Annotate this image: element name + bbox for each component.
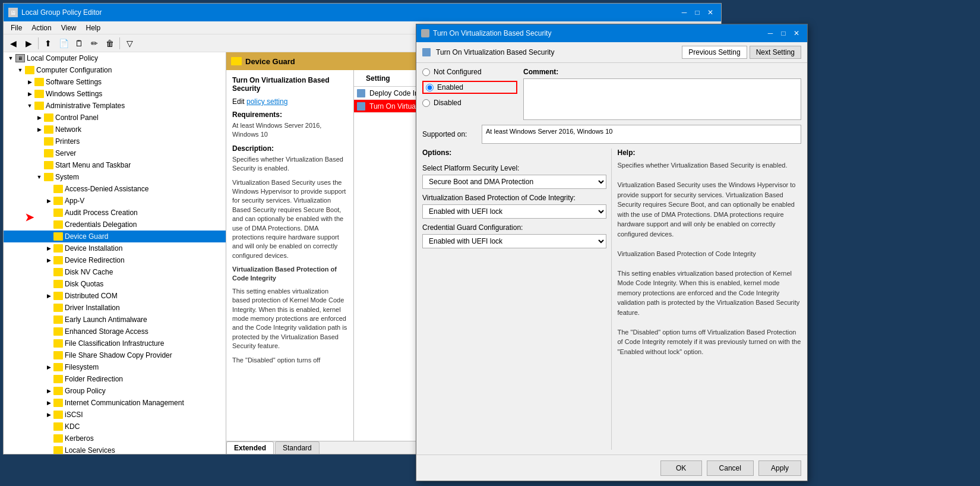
toolbar-properties-button[interactable]: 🗒 (72, 36, 86, 51)
tree-admin-templates[interactable]: ▼ Administrative Templates (4, 100, 226, 112)
tree-access-denied[interactable]: Access-Denied Assistance (4, 183, 226, 195)
tree-expand-root[interactable]: ▼ (6, 53, 15, 63)
expand-system[interactable]: ▼ (34, 172, 44, 182)
tree-computer-config[interactable]: ▼ Computer Configuration (4, 64, 226, 76)
maximize-button[interactable]: □ (691, 7, 703, 18)
expand-control-panel[interactable]: ▶ (34, 113, 44, 122)
tree-iscsi[interactable]: ▶ iSCSI (4, 409, 226, 421)
expand-filesystem[interactable]: ▶ (44, 362, 53, 372)
toolbar-delete-button[interactable]: 🗑 (103, 36, 117, 51)
previous-setting-button[interactable]: Previous Setting (682, 46, 747, 59)
tree-windows-settings[interactable]: ▶ Windows Settings (4, 88, 226, 100)
tree-disk-nv-cache[interactable]: Disk NV Cache (4, 266, 226, 278)
tree-label-disk-quotas: Disk Quotas (65, 280, 103, 288)
folder-icon-computer-config (25, 66, 34, 74)
folder-icon-disk-nv (53, 268, 63, 276)
credential-guard-select[interactable]: Enabled with UEFI lock Enabled without l… (422, 234, 606, 248)
tree-enhanced-storage[interactable]: Enhanced Storage Access (4, 326, 226, 337)
tree-kdc[interactable]: KDC (4, 421, 226, 433)
expand-distributed-com[interactable]: ▶ (44, 291, 53, 301)
toolbar-edit-button[interactable]: ✏ (87, 36, 102, 51)
close-button[interactable]: ✕ (704, 7, 716, 18)
expand-group-policy[interactable]: ▶ (44, 386, 53, 396)
credential-guard-group: Credential Guard Configuration: Enabled … (422, 223, 606, 248)
tree-internet-comm[interactable]: ▶ Internet Communication Management (4, 397, 226, 409)
toolbar-new-button[interactable]: 📄 (56, 36, 71, 51)
expand-device-installation[interactable]: ▶ (44, 244, 53, 253)
platform-security-select[interactable]: Secure Boot and DMA Protection Secure Bo… (422, 175, 606, 189)
expand-disk-nv-spacer (44, 267, 53, 277)
next-setting-button[interactable]: Next Setting (750, 46, 801, 59)
tree-credentials[interactable]: Credentials Delegation (4, 219, 226, 231)
tree-audit[interactable]: Audit Process Creation (4, 207, 226, 219)
menu-action[interactable]: Action (27, 23, 56, 33)
tree-root[interactable]: ▼ 🖥 Local Computer Policy (4, 52, 226, 64)
expand-computer-config[interactable]: ▼ (15, 65, 25, 75)
dialog-minimize-button[interactable]: ─ (764, 27, 776, 39)
tree-network[interactable]: ▶ Network (4, 124, 226, 135)
tree-server[interactable]: Server (4, 147, 226, 159)
toolbar-forward-button[interactable]: ▶ (21, 36, 36, 51)
supported-row: Supported on: At least Windows Server 20… (416, 125, 807, 144)
ok-button[interactable]: OK (660, 460, 702, 476)
expand-software-settings[interactable]: ▶ (25, 77, 34, 87)
tree-label-kerberos: Kerberos (65, 434, 94, 443)
expand-driver-spacer (44, 303, 53, 313)
tree-start-menu[interactable]: Start Menu and Taskbar (4, 159, 226, 171)
comment-textarea[interactable] (523, 78, 801, 120)
radio-not-configured-input[interactable] (422, 68, 430, 76)
tree-printers[interactable]: Printers (4, 135, 226, 147)
tree-kerberos[interactable]: Kerberos (4, 433, 226, 444)
tree-folder-redirection[interactable]: Folder Redirection (4, 373, 226, 385)
tree-driver-installation[interactable]: Driver Installation (4, 302, 226, 314)
tree-disk-quotas[interactable]: Disk Quotas (4, 278, 226, 290)
policy-setting-link[interactable]: policy setting (246, 97, 287, 106)
tree-group-policy[interactable]: ▶ Group Policy (4, 385, 226, 397)
menu-file[interactable]: File (6, 23, 27, 33)
setting-text: This setting enables virtualization base… (232, 287, 347, 351)
tab-standard[interactable]: Standard (275, 441, 320, 454)
tree-appv[interactable]: ▶ App-V (4, 195, 226, 207)
platform-security-label: Select Platform Security Level: (422, 164, 606, 172)
apply-button[interactable]: Apply (758, 460, 801, 476)
radio-disabled[interactable]: Disabled (422, 99, 517, 107)
tree-filesystem[interactable]: ▶ Filesystem (4, 361, 226, 373)
tree-file-share-shadow[interactable]: File Share Shadow Copy Provider (4, 349, 226, 361)
tree-system[interactable]: ▼ System (4, 171, 226, 183)
tree-device-guard[interactable]: Device Guard (4, 231, 226, 242)
tree-device-installation[interactable]: ▶ Device Installation (4, 242, 226, 254)
dialog-maximize-button[interactable]: □ (777, 27, 789, 39)
tree-distributed-com[interactable]: ▶ Distributed COM (4, 290, 226, 302)
expand-iscsi[interactable]: ▶ (44, 410, 53, 419)
expand-device-redirection[interactable]: ▶ (44, 255, 53, 265)
radio-disabled-label: Disabled (434, 99, 461, 107)
radio-disabled-input[interactable] (422, 99, 430, 107)
cancel-button[interactable]: Cancel (707, 460, 754, 476)
radio-not-configured[interactable]: Not Configured (422, 68, 517, 76)
menu-view[interactable]: View (56, 23, 81, 33)
toolbar-back-button[interactable]: ◀ (6, 36, 20, 51)
minimize-button[interactable]: ─ (678, 7, 690, 18)
dialog-sub-icon (422, 48, 431, 56)
radio-enabled-container[interactable]: Enabled (422, 81, 517, 94)
menu-help[interactable]: Help (81, 23, 106, 33)
toolbar-up-button[interactable]: ⬆ (41, 36, 55, 51)
tree-locale-services[interactable]: Locale Services (4, 444, 226, 454)
expand-appv[interactable]: ▶ (44, 196, 53, 206)
vbs-protection-select[interactable]: Enabled with UEFI lock Enabled without l… (422, 204, 606, 219)
expand-internet-comm[interactable]: ▶ (44, 398, 53, 408)
expand-admin-templates[interactable]: ▼ (25, 101, 34, 111)
tree-file-classification[interactable]: File Classification Infrastructure (4, 337, 226, 349)
tree-device-redirection[interactable]: ▶ Device Redirection (4, 254, 226, 266)
tree-early-launch[interactable]: Early Launch Antimalware (4, 314, 226, 326)
radio-group: Not Configured Enabled Disabled (422, 68, 517, 120)
expand-windows-settings[interactable]: ▶ (25, 89, 34, 99)
radio-enabled-input[interactable] (426, 84, 434, 91)
dialog-close-button[interactable]: ✕ (791, 27, 802, 39)
tree-software-settings[interactable]: ▶ Software Settings (4, 76, 226, 88)
description-text: Specifies whether Virtualization Based S… (232, 155, 347, 173)
toolbar-filter-button[interactable]: ▽ (122, 36, 137, 51)
tree-control-panel[interactable]: ▶ Control Panel (4, 112, 226, 124)
tab-extended[interactable]: Extended (226, 441, 274, 454)
expand-network[interactable]: ▶ (34, 125, 44, 134)
